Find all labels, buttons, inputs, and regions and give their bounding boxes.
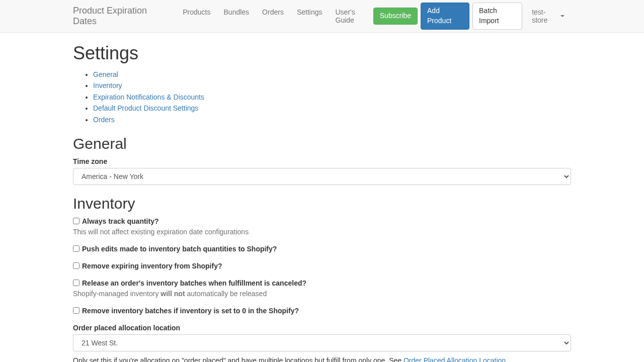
general-heading: General bbox=[73, 135, 571, 152]
inventory-heading: Inventory bbox=[73, 195, 571, 212]
remove-expiring-checkbox[interactable] bbox=[73, 262, 79, 269]
remove-expiring-label[interactable]: Remove expiring inventory from Shopify? bbox=[73, 262, 571, 270]
remove-zero-text: Remove inventory batches if inventory is… bbox=[82, 307, 299, 315]
nav-bundles[interactable]: Bundles bbox=[217, 3, 256, 22]
release-canceled-checkbox[interactable] bbox=[73, 280, 79, 286]
push-edits-label[interactable]: Push edits made to inventory batch quant… bbox=[73, 245, 571, 253]
always-track-checkbox[interactable] bbox=[73, 218, 79, 224]
batch-import-button[interactable]: Batch Import bbox=[472, 3, 522, 29]
toc-expiration[interactable]: Expiration Notifications & Discounts bbox=[93, 93, 204, 101]
toc-orders[interactable]: Orders bbox=[93, 116, 115, 124]
release-help: Shopify-managed inventory will not autom… bbox=[73, 290, 571, 298]
subscribe-button[interactable]: Subscribe bbox=[373, 8, 418, 25]
push-edits-text: Push edits made to inventory batch quant… bbox=[82, 245, 277, 253]
timezone-select[interactable]: America - New York bbox=[73, 168, 571, 185]
content: Settings General Inventory Expiration No… bbox=[73, 33, 571, 362]
toc-inventory[interactable]: Inventory bbox=[93, 81, 122, 89]
remove-zero-checkbox[interactable] bbox=[73, 307, 79, 314]
release-canceled-text: Release an order's inventory batches whe… bbox=[82, 279, 306, 287]
remove-zero-label[interactable]: Remove inventory batches if inventory is… bbox=[73, 307, 571, 315]
nav-users-guide[interactable]: User's Guide bbox=[329, 3, 373, 30]
allocation-help-link[interactable]: Order Placed Allocation Location bbox=[404, 356, 506, 362]
page-title: Settings bbox=[73, 43, 571, 64]
always-track-help: This will not affect existing expiration… bbox=[73, 228, 571, 236]
navbar-brand[interactable]: Product Expiration Dates bbox=[73, 0, 176, 32]
store-name: test-store bbox=[532, 8, 558, 24]
timezone-label: Time zone bbox=[73, 157, 571, 165]
toc-default-discount[interactable]: Default Product Discount Settings bbox=[93, 104, 198, 112]
toc: General Inventory Expiration Notificatio… bbox=[73, 69, 571, 125]
store-dropdown[interactable]: test-store bbox=[525, 3, 571, 30]
caret-down-icon bbox=[560, 15, 565, 17]
remove-expiring-text: Remove expiring inventory from Shopify? bbox=[82, 262, 222, 270]
always-track-text: Always track quantity? bbox=[82, 217, 159, 225]
add-product-button[interactable]: Add Product bbox=[421, 3, 469, 29]
allocation-label: Order placed allocation location bbox=[73, 324, 571, 332]
toc-general[interactable]: General bbox=[93, 70, 118, 78]
allocation-select[interactable]: 21 West St. bbox=[73, 334, 571, 351]
nav-orders[interactable]: Orders bbox=[256, 3, 290, 22]
nav-products[interactable]: Products bbox=[176, 3, 217, 22]
release-canceled-label[interactable]: Release an order's inventory batches whe… bbox=[73, 279, 571, 287]
navbar: Product Expiration Dates Products Bundle… bbox=[0, 0, 644, 33]
allocation-help: Only set this if you're allocating on "o… bbox=[73, 356, 571, 362]
push-edits-checkbox[interactable] bbox=[73, 245, 79, 252]
always-track-label[interactable]: Always track quantity? bbox=[73, 217, 571, 225]
nav-settings[interactable]: Settings bbox=[290, 3, 329, 22]
